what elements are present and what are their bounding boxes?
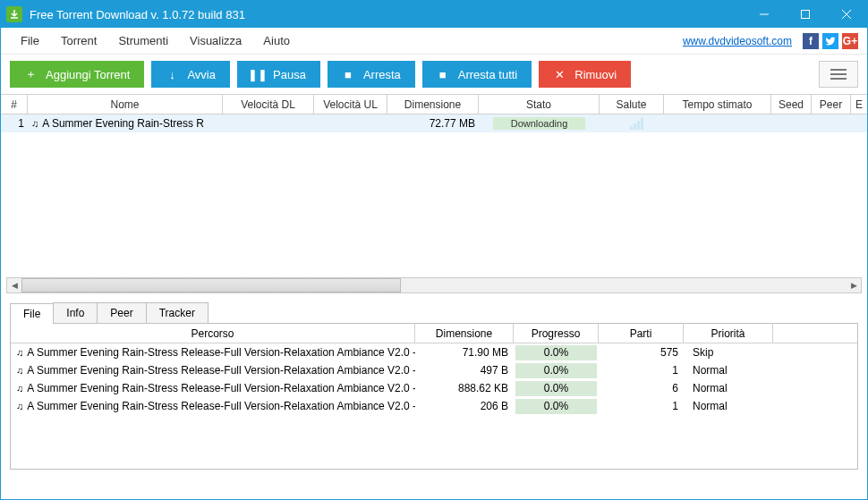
stop-all-label: Arresta tutti <box>458 68 517 81</box>
cell-size: 72.77 MB <box>387 117 479 130</box>
menu-view[interactable]: Visualizza <box>179 28 252 54</box>
music-note-icon: ♫ <box>16 401 23 411</box>
fcol-size[interactable]: Dimensione <box>415 324 514 343</box>
fcell-prio: Normal <box>684 382 773 394</box>
cell-name: ♫ A Summer Evening Rain-Stress R <box>28 117 223 130</box>
col-num[interactable]: # <box>1 95 28 114</box>
menu-torrent[interactable]: Torrent <box>50 28 107 54</box>
col-status[interactable]: Stato <box>479 95 600 114</box>
col-dl[interactable]: Velocità DL <box>223 95 314 114</box>
close-button[interactable] <box>826 1 867 28</box>
horizontal-scrollbar[interactable]: ◀ ▶ <box>6 277 862 293</box>
file-grid-blank <box>11 415 857 469</box>
fcell-prio: Skip <box>684 346 773 359</box>
fcell-prio: Normal <box>684 364 773 377</box>
file-row[interactable]: ♫A Summer Evening Rain-Stress Release-Fu… <box>11 379 857 397</box>
add-torrent-button[interactable]: ＋ Aggiungi Torrent <box>10 61 144 88</box>
music-note-icon: ♫ <box>31 118 38 129</box>
maximize-button[interactable] <box>785 1 826 28</box>
file-tab-body: Percorso Dimensione Progresso Parti Prio… <box>10 323 858 470</box>
remove-label: Rimuovi <box>574 68 617 81</box>
file-row[interactable]: ♫A Summer Evening Rain-Stress Release-Fu… <box>11 343 857 361</box>
remove-icon: ✕ <box>553 68 566 81</box>
stop-icon: ■ <box>437 68 449 81</box>
cell-health <box>600 117 664 130</box>
detail-tabs: File Info Peer Tracker <box>10 302 858 323</box>
svg-rect-1 <box>802 11 810 19</box>
col-seed[interactable]: Seed <box>771 95 812 114</box>
torrent-grid: # Nome Velocità DL Velocità UL Dimension… <box>1 94 867 293</box>
table-row[interactable]: 1 ♫ A Summer Evening Rain-Stress R 72.77… <box>1 114 867 132</box>
minimize-button[interactable] <box>744 1 785 28</box>
fcell-parts: 1 <box>599 400 684 412</box>
fcell-prog: 0.0% <box>515 363 597 378</box>
menu-bar: File Torrent Strumenti Visualizza Aiuto … <box>1 28 867 55</box>
tab-info[interactable]: Info <box>53 302 98 323</box>
scrollbar-thumb[interactable] <box>21 278 401 292</box>
fcell-prio: Normal <box>684 400 773 412</box>
fcell-parts: 575 <box>599 346 684 359</box>
fcell-parts: 1 <box>599 364 684 377</box>
music-note-icon: ♫ <box>16 347 23 358</box>
grid-header: # Nome Velocità DL Velocità UL Dimension… <box>1 95 867 114</box>
pause-icon: ❚❚ <box>251 68 264 81</box>
fcol-prio[interactable]: Priorità <box>684 324 773 343</box>
title-bar: Free Torrent Download v. 1.0.72 build 83… <box>1 1 867 28</box>
music-note-icon: ♫ <box>16 383 23 394</box>
col-size[interactable]: Dimensione <box>387 95 479 114</box>
col-name[interactable]: Nome <box>28 95 223 114</box>
facebook-icon[interactable]: f <box>803 33 819 49</box>
pause-button[interactable]: ❚❚ Pausa <box>237 61 320 88</box>
file-row[interactable]: ♫A Summer Evening Rain-Stress Release-Fu… <box>11 397 857 415</box>
fcol-blank <box>773 324 857 343</box>
plus-icon: ＋ <box>24 66 37 82</box>
col-extra[interactable]: E <box>851 95 867 114</box>
menu-file[interactable]: File <box>10 28 50 54</box>
tab-peer[interactable]: Peer <box>97 302 146 323</box>
stop-icon: ■ <box>342 68 354 81</box>
fcell-parts: 6 <box>599 382 684 394</box>
scroll-right-arrow-icon[interactable]: ▶ <box>847 278 861 292</box>
website-link[interactable]: www.dvdvideosoft.com <box>683 35 792 47</box>
cell-status: Downloading <box>479 117 600 130</box>
fcell-size: 206 B <box>415 400 514 412</box>
add-torrent-label: Aggiungi Torrent <box>46 68 130 81</box>
stop-label: Arresta <box>363 68 401 81</box>
window-title: Free Torrent Download v. 1.0.72 build 83… <box>30 8 744 21</box>
fcell-size: 71.90 MB <box>415 346 514 359</box>
fcell-path: ♫A Summer Evening Rain-Stress Release-Fu… <box>11 346 415 359</box>
col-peer[interactable]: Peer <box>812 95 851 114</box>
pause-label: Pausa <box>273 68 306 81</box>
menu-hamburger-button[interactable] <box>819 61 858 88</box>
start-button[interactable]: ↓ Avvia <box>151 61 230 88</box>
fcell-size: 497 B <box>415 364 514 377</box>
menu-tools[interactable]: Strumenti <box>107 28 179 54</box>
google-plus-icon[interactable]: G+ <box>842 33 858 49</box>
grid-blank <box>1 132 867 274</box>
fcell-size: 888.62 KB <box>415 382 514 394</box>
tab-file[interactable]: File <box>10 303 54 324</box>
file-row[interactable]: ♫A Summer Evening Rain-Stress Release-Fu… <box>11 361 857 379</box>
scroll-left-arrow-icon[interactable]: ◀ <box>7 278 21 292</box>
fcol-path[interactable]: Percorso <box>11 324 415 343</box>
download-arrow-icon: ↓ <box>166 68 178 81</box>
fcell-path: ♫A Summer Evening Rain-Stress Release-Fu… <box>11 382 415 394</box>
fcell-path: ♫A Summer Evening Rain-Stress Release-Fu… <box>11 364 415 377</box>
col-eta[interactable]: Tempo stimato <box>664 95 771 114</box>
fcell-prog: 0.0% <box>515 345 597 360</box>
detail-panel: File Info Peer Tracker Percorso Dimensio… <box>1 293 867 470</box>
fcell-prog: 0.0% <box>515 381 597 396</box>
stop-all-button[interactable]: ■ Arresta tutti <box>422 61 532 88</box>
twitter-icon[interactable] <box>822 33 838 49</box>
menu-help[interactable]: Aiuto <box>252 28 301 54</box>
tab-tracker[interactable]: Tracker <box>146 302 208 323</box>
toolbar: ＋ Aggiungi Torrent ↓ Avvia ❚❚ Pausa ■ Ar… <box>1 55 867 94</box>
col-health[interactable]: Salute <box>600 95 664 114</box>
cell-name-text: A Summer Evening Rain-Stress R <box>42 117 204 130</box>
music-note-icon: ♫ <box>16 365 23 376</box>
fcol-parts[interactable]: Parti <box>599 324 684 343</box>
stop-button[interactable]: ■ Arresta <box>328 61 415 88</box>
col-ul[interactable]: Velocità UL <box>314 95 387 114</box>
fcol-prog[interactable]: Progresso <box>514 324 599 343</box>
remove-button[interactable]: ✕ Rimuovi <box>539 61 631 88</box>
